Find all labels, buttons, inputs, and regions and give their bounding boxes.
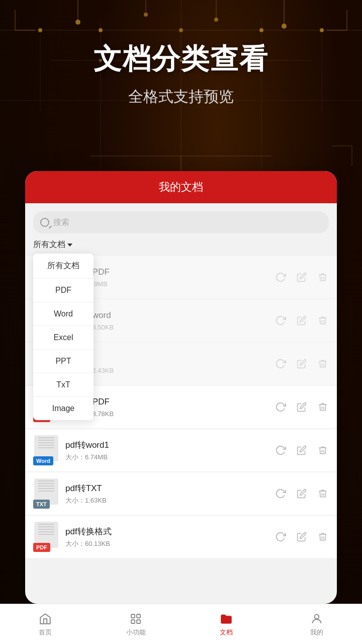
- file-info: 文件3 大小：362.43KB: [65, 353, 275, 375]
- user-icon: [310, 612, 324, 626]
- edit-button[interactable]: [296, 271, 308, 283]
- edit-button[interactable]: [296, 531, 308, 543]
- home-icon: [38, 612, 52, 626]
- file-size: 大小：60.13KB: [65, 539, 275, 548]
- file-info: word转word 大小：353.50KB: [65, 309, 275, 332]
- file-name: word转PDF: [65, 266, 275, 278]
- file-name: 文件3: [65, 353, 275, 364]
- dropdown-item-excel[interactable]: Excel: [33, 326, 94, 350]
- search-bar[interactable]: 搜索: [33, 211, 329, 233]
- dropdown-item-image[interactable]: Image: [33, 397, 94, 420]
- hero-subtitle: 全格式支持预览: [0, 87, 362, 107]
- file-size: 大小：353.50KB: [65, 323, 275, 332]
- refresh-button[interactable]: [275, 271, 287, 283]
- dropdown-item-ppt[interactable]: PPT: [33, 350, 94, 373]
- file-badge-pdf: PDF: [33, 543, 50, 552]
- svg-rect-28: [131, 620, 135, 623]
- file-size: 大小：1.63KB: [65, 496, 275, 505]
- file-size: 大小：362.43KB: [65, 366, 275, 375]
- svg-point-30: [315, 614, 319, 619]
- file-name: word转PDF: [65, 396, 275, 408]
- search-placeholder: 搜索: [53, 217, 69, 228]
- file-actions: [275, 488, 329, 500]
- nav-label-mine: 我的: [310, 628, 323, 637]
- delete-button[interactable]: [317, 488, 329, 500]
- refresh-button[interactable]: [275, 531, 287, 543]
- hero-section: 文档分类查看 全格式支持预览: [0, 40, 362, 107]
- file-name: word转word: [65, 309, 275, 321]
- file-name: pdf转TXT: [65, 482, 275, 494]
- svg-rect-26: [131, 614, 135, 618]
- nav-label-functions: 小功能: [126, 628, 146, 637]
- file-icon: PDF: [33, 522, 59, 552]
- nav-item-mine[interactable]: 我的: [272, 612, 362, 637]
- file-actions: [275, 358, 329, 370]
- file-size: 大小：6.74MB: [65, 453, 275, 462]
- edit-button[interactable]: [296, 314, 308, 327]
- svg-rect-29: [137, 620, 140, 623]
- bottom-nav: 首页 小功能 文档 我的: [0, 604, 362, 644]
- delete-button[interactable]: [317, 444, 329, 456]
- filter-arrow-icon: [67, 244, 72, 247]
- file-name: pdf转word1: [65, 439, 275, 451]
- svg-rect-27: [137, 614, 140, 618]
- card-header-title: 我的文档: [159, 180, 203, 195]
- edit-button[interactable]: [296, 444, 308, 456]
- file-size: 大小：108.78KB: [65, 410, 275, 419]
- hero-title: 文档分类查看: [0, 40, 362, 78]
- file-item[interactable]: PDF pdf转换格式 大小：60.13KB: [25, 516, 337, 558]
- file-size: 大小：1.49MB: [65, 280, 275, 289]
- nav-item-home[interactable]: 首页: [0, 612, 90, 637]
- file-info: pdf转换格式 大小：60.13KB: [65, 526, 275, 548]
- nav-item-functions[interactable]: 小功能: [90, 612, 181, 637]
- file-actions: [275, 271, 329, 283]
- file-item[interactable]: TXT pdf转TXT 大小：1.63KB: [25, 472, 337, 515]
- filter-row: 所有文档 所有文档 PDF Word Excel PPT TxT Image: [33, 239, 329, 250]
- dropdown-item-txt[interactable]: TxT: [33, 373, 94, 397]
- search-icon: [40, 218, 49, 227]
- refresh-button[interactable]: [275, 401, 287, 413]
- file-info: word转PDF 大小：1.49MB: [65, 266, 275, 289]
- file-actions: [275, 314, 329, 327]
- file-badge-txt: TXT: [33, 500, 50, 509]
- file-info: word转PDF 大小：108.78KB: [65, 396, 275, 419]
- edit-button[interactable]: [296, 488, 308, 500]
- delete-button[interactable]: [317, 314, 329, 327]
- file-info: pdf转TXT 大小：1.63KB: [65, 482, 275, 505]
- filter-label: 所有文档: [33, 239, 65, 250]
- filter-dropdown: 所有文档 PDF Word Excel PPT TxT Image: [33, 254, 94, 420]
- file-info: pdf转word1 大小：6.74MB: [65, 439, 275, 462]
- file-item[interactable]: Word pdf转word1 大小：6.74MB: [25, 429, 337, 471]
- filter-button[interactable]: 所有文档: [33, 239, 329, 250]
- refresh-button[interactable]: [275, 314, 287, 327]
- dropdown-item-pdf[interactable]: PDF: [33, 279, 94, 302]
- delete-button[interactable]: [317, 358, 329, 370]
- edit-button[interactable]: [296, 401, 308, 413]
- nav-item-docs[interactable]: 文档: [181, 612, 272, 637]
- file-actions: [275, 401, 329, 413]
- folder-icon: [219, 612, 233, 626]
- file-badge-word: Word: [33, 456, 53, 465]
- refresh-button[interactable]: [275, 488, 287, 500]
- edit-button[interactable]: [296, 358, 308, 370]
- file-actions: [275, 444, 329, 456]
- main-card: 我的文档 搜索 所有文档 所有文档 PDF Word Excel PPT TxT…: [25, 171, 337, 604]
- delete-button[interactable]: [317, 401, 329, 413]
- file-icon: TXT: [33, 478, 59, 509]
- grid-icon: [129, 612, 143, 626]
- file-icon: Word: [33, 435, 59, 465]
- delete-button[interactable]: [317, 271, 329, 283]
- refresh-button[interactable]: [275, 358, 287, 370]
- nav-label-home: 首页: [39, 628, 52, 637]
- delete-button[interactable]: [317, 531, 329, 543]
- dropdown-item-all[interactable]: 所有文档: [33, 254, 94, 279]
- refresh-button[interactable]: [275, 444, 287, 456]
- dropdown-item-word[interactable]: Word: [33, 302, 94, 326]
- nav-label-docs: 文档: [220, 628, 233, 637]
- card-header: 我的文档: [25, 171, 337, 203]
- file-name: pdf转换格式: [65, 526, 275, 537]
- file-actions: [275, 531, 329, 543]
